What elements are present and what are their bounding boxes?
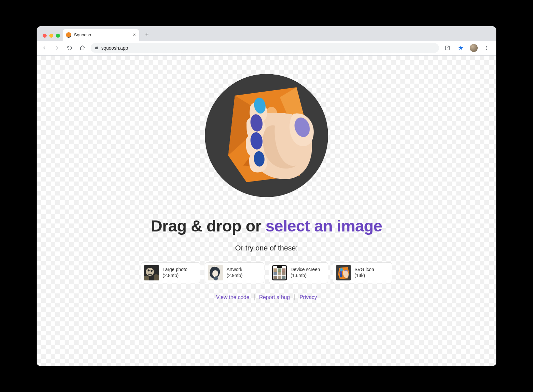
link-view-code[interactable]: View the code [216, 294, 249, 300]
window-maximize-icon[interactable] [56, 34, 60, 38]
svg-rect-26 [273, 276, 277, 279]
window-minimize-icon[interactable] [49, 34, 53, 38]
svg-rect-28 [282, 276, 285, 279]
svg-rect-27 [278, 276, 281, 279]
sample-label: Device screen [290, 267, 320, 273]
address-bar[interactable]: squoosh.app [91, 43, 439, 53]
menu-button[interactable] [482, 44, 491, 52]
svg-rect-20 [273, 268, 277, 272]
sample-thumb-icon [336, 265, 351, 280]
sample-device-screen[interactable]: Device screen (1.6mb) [269, 262, 328, 283]
sample-artwork[interactable]: Artwork (2.9mb) [205, 262, 264, 283]
svg-rect-23 [273, 272, 277, 275]
link-privacy[interactable]: Privacy [299, 294, 317, 300]
sample-size: (2.9mb) [227, 273, 243, 279]
bookmark-star-icon[interactable]: ★ [456, 44, 465, 52]
sample-thumb-icon [272, 265, 287, 280]
headline: Drag & drop or select an image [151, 217, 382, 235]
select-image-link[interactable]: select an image [266, 217, 382, 235]
svg-point-14 [151, 270, 153, 272]
sample-size: (13k) [354, 273, 374, 279]
svg-point-1 [486, 46, 487, 47]
svg-point-2 [486, 48, 487, 49]
svg-point-16 [214, 276, 218, 280]
link-report-bug[interactable]: Report a bug [259, 294, 290, 300]
svg-rect-19 [277, 266, 282, 268]
svg-point-13 [148, 269, 150, 271]
back-button[interactable] [40, 44, 49, 52]
tab-bar: Squoosh × + [37, 26, 496, 41]
toolbar-right: ★ [443, 44, 493, 52]
browser-tab[interactable]: Squoosh × [63, 29, 139, 41]
sample-label: Artwork [227, 267, 243, 273]
svg-rect-24 [278, 272, 281, 275]
sample-size: (2.8mb) [163, 273, 188, 279]
footer-links: View the code Report a bug Privacy [216, 294, 317, 300]
url-text: squoosh.app [101, 45, 128, 51]
window-controls [40, 34, 63, 41]
new-tab-button[interactable]: + [142, 30, 152, 40]
reload-button[interactable] [65, 44, 74, 52]
home-button[interactable] [78, 44, 87, 52]
browser-window: Squoosh × + squoosh.app ★ [37, 26, 496, 366]
sample-svg-icon[interactable]: SVG icon (13k) [333, 262, 392, 283]
sample-thumb-icon [208, 265, 223, 280]
window-close-icon[interactable] [43, 34, 47, 38]
sample-large-photo[interactable]: Large photo (2.8mb) [141, 262, 200, 283]
separator [254, 294, 255, 300]
svg-point-32 [340, 274, 342, 277]
svg-point-30 [340, 268, 343, 271]
lock-icon [95, 46, 99, 51]
install-app-icon[interactable] [443, 44, 452, 52]
subhead: Or try one of these: [235, 244, 298, 252]
svg-rect-22 [282, 268, 285, 272]
sample-label: Large photo [163, 267, 188, 273]
squoosh-logo-icon [197, 66, 336, 205]
headline-prefix: Drag & drop or [151, 217, 266, 235]
sample-size: (1.6mb) [290, 273, 320, 279]
svg-point-31 [339, 271, 342, 274]
svg-rect-25 [282, 272, 285, 275]
svg-rect-21 [278, 268, 281, 272]
tab-title: Squoosh [74, 32, 91, 37]
sample-thumb-icon [144, 265, 159, 280]
content-area: Drag & drop or select an image Or try on… [37, 56, 496, 366]
profile-avatar[interactable] [470, 44, 478, 52]
toolbar: squoosh.app ★ [37, 41, 496, 56]
forward-button[interactable] [53, 44, 61, 52]
favicon-icon [66, 32, 71, 38]
separator [294, 294, 295, 300]
drop-zone[interactable]: Drag & drop or select an image Or try on… [37, 56, 496, 366]
sample-cards: Large photo (2.8mb) Artwork (2.9mb) [141, 262, 392, 283]
svg-point-3 [486, 49, 487, 50]
sample-label: SVG icon [354, 267, 374, 273]
tab-close-icon[interactable]: × [133, 32, 136, 38]
